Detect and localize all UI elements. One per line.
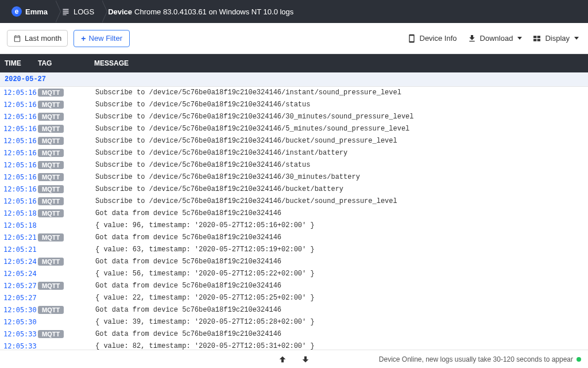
- new-filter-label: New Filter: [89, 34, 123, 43]
- log-row[interactable]: 12:05:18{ value: 96, timestamp: '2020-05…: [0, 220, 588, 232]
- log-time: 12:05:27: [3, 294, 38, 302]
- log-row[interactable]: 12:05:30MQTTGot data from device 5c76be0…: [0, 304, 588, 316]
- log-message: Subscribe to /device/5c76be0a18f19c210e3…: [95, 149, 585, 157]
- log-row[interactable]: 12:05:16MQTTSubscribe to /device/5c76be0…: [0, 87, 588, 99]
- log-tag-cell: MQTT: [38, 113, 95, 121]
- log-message: { value: 56, timestamp: '2020-05-27T12:0…: [95, 270, 585, 278]
- calendar-icon: [13, 34, 21, 43]
- log-tag-cell: MQTT: [38, 185, 95, 194]
- log-time: 12:05:16: [3, 185, 38, 193]
- last-month-button[interactable]: Last month: [7, 30, 68, 47]
- log-message: Got data from device 5c76be0a18f19c210e3…: [95, 233, 585, 241]
- footer-status-text: Device Online, new logs usually take 30-…: [379, 355, 573, 363]
- display-button[interactable]: Display: [530, 30, 581, 47]
- log-tag-cell: MQTT: [38, 330, 95, 339]
- tag-pill: MQTT: [38, 101, 64, 109]
- tag-pill: MQTT: [38, 137, 64, 145]
- log-message: Got data from device 5c76be0a18f19c210e3…: [95, 282, 585, 290]
- log-tag-cell: MQTT: [38, 173, 95, 182]
- log-message: Got data from device 5c76be0a18f19c210e3…: [95, 330, 585, 338]
- log-row[interactable]: 12:05:30{ value: 39, timestamp: '2020-05…: [0, 316, 588, 328]
- log-tag-cell: MQTT: [38, 89, 95, 97]
- tag-pill: MQTT: [38, 330, 64, 338]
- log-message: Got data from device 5c76be0a18f19c210e3…: [95, 258, 585, 266]
- date-group-row: 2020-05-27: [0, 72, 588, 87]
- log-time: 12:05:16: [3, 137, 38, 145]
- tag-pill: MQTT: [38, 149, 64, 157]
- log-time: 12:05:21: [3, 233, 38, 241]
- log-tag-cell: MQTT: [38, 137, 95, 145]
- arrow-up-icon[interactable]: [278, 355, 287, 364]
- chevron-down-icon: [574, 37, 579, 40]
- log-message: Got data from device 5c76be0a18f19c210e3…: [95, 209, 585, 217]
- log-time: 12:05:27: [3, 282, 38, 290]
- log-table-body[interactable]: 2020-05-27 12:05:16MQTTSubscribe to /dev…: [0, 72, 588, 350]
- device-info-button[interactable]: Device Info: [405, 30, 459, 47]
- breadcrumb-app[interactable]: e Emma: [6, 0, 56, 23]
- log-tag-cell: MQTT: [38, 282, 95, 290]
- log-row[interactable]: 12:05:24MQTTGot data from device 5c76be0…: [0, 256, 588, 268]
- log-message: Subscribe to /device/5c76be0a18f19c210e3…: [95, 125, 585, 133]
- toolbar: Last month + New Filter Device Info Down…: [0, 23, 588, 54]
- log-tag-cell: MQTT: [38, 125, 95, 133]
- app-name: Emma: [25, 7, 48, 16]
- device-prefix: Device: [108, 7, 132, 16]
- column-tag: TAG: [38, 59, 94, 67]
- log-row[interactable]: 12:05:27MQTTGot data from device 5c76be0…: [0, 280, 588, 292]
- log-message: Got data from device 5c76be0a18f19c210e3…: [95, 306, 585, 314]
- log-time: 12:05:16: [3, 149, 38, 157]
- download-icon: [467, 34, 477, 43]
- log-row[interactable]: 12:05:16MQTTSubscribe to /device/5c76be0…: [0, 183, 588, 195]
- tag-pill: MQTT: [38, 173, 64, 181]
- log-message: Subscribe to /device/5c76be0a18f19c210e3…: [95, 101, 585, 109]
- log-time: 12:05:18: [3, 209, 38, 217]
- device-info-label: Device Info: [420, 34, 457, 43]
- new-filter-button[interactable]: + New Filter: [74, 30, 130, 47]
- tag-pill: MQTT: [38, 233, 64, 241]
- log-row[interactable]: 12:05:16MQTTSubscribe to /device/5c76be0…: [0, 171, 588, 183]
- log-table-header: TIME TAG MESSAGE: [0, 54, 588, 72]
- column-time: TIME: [3, 59, 38, 67]
- log-row[interactable]: 12:05:16MQTTSubscribe to /device/5c76be0…: [0, 135, 588, 147]
- tag-pill: MQTT: [38, 161, 64, 169]
- log-time: 12:05:16: [3, 197, 38, 205]
- log-row[interactable]: 12:05:21MQTTGot data from device 5c76be0…: [0, 232, 588, 244]
- tag-pill: MQTT: [38, 185, 64, 193]
- log-row[interactable]: 12:05:33{ value: 82, timestamp: '2020-05…: [0, 340, 588, 350]
- log-time: 12:05:30: [3, 318, 38, 326]
- display-label: Display: [545, 34, 570, 43]
- log-row[interactable]: 12:05:24{ value: 56, timestamp: '2020-05…: [0, 268, 588, 280]
- tag-pill: MQTT: [38, 113, 64, 121]
- log-time: 12:05:33: [3, 330, 38, 338]
- arrow-down-icon[interactable]: [301, 355, 310, 364]
- log-row[interactable]: 12:05:33MQTTGot data from device 5c76be0…: [0, 328, 588, 340]
- log-tag-cell: MQTT: [38, 161, 95, 170]
- tag-pill: MQTT: [38, 209, 64, 217]
- log-time: 12:05:21: [3, 246, 38, 254]
- breadcrumb-bar: e Emma LOGS Device Chrome 83.0.4103.61 o…: [0, 0, 588, 23]
- log-message: Subscribe to /device/5c76be0a18f19c210e3…: [95, 113, 585, 121]
- log-row[interactable]: 12:05:16MQTTSubscribe to /device/5c76be0…: [0, 99, 588, 111]
- app-logo-icon: e: [11, 6, 22, 17]
- log-message: { value: 82, timestamp: '2020-05-27T12:0…: [95, 342, 585, 350]
- tag-pill: MQTT: [38, 125, 64, 133]
- download-button[interactable]: Download: [465, 30, 525, 47]
- log-row[interactable]: 12:05:16MQTTSubscribe to /device/5c76be0…: [0, 147, 588, 159]
- log-row[interactable]: 12:05:18MQTTGot data from device 5c76be0…: [0, 208, 588, 220]
- logs-icon: [61, 7, 70, 16]
- breadcrumb-device[interactable]: Device Chrome 83.0.4103.61 on Windows NT…: [102, 0, 301, 23]
- chevron-down-icon: [517, 37, 522, 40]
- log-row[interactable]: 12:05:16MQTTSubscribe to /device/5c76be0…: [0, 111, 588, 123]
- log-row[interactable]: 12:05:16MQTTSubscribe to /device/5c76be0…: [0, 195, 588, 208]
- log-time: 12:05:16: [3, 173, 38, 181]
- log-row[interactable]: 12:05:21{ value: 63, timestamp: '2020-05…: [0, 244, 588, 256]
- column-message: MESSAGE: [94, 59, 585, 67]
- plus-icon: +: [81, 34, 86, 43]
- log-row[interactable]: 12:05:16MQTTSubscribe to /device/5c76be0…: [0, 123, 588, 135]
- log-time: 12:05:24: [3, 270, 38, 278]
- log-row[interactable]: 12:05:27{ value: 22, timestamp: '2020-05…: [0, 292, 588, 304]
- breadcrumb-logs[interactable]: LOGS: [56, 0, 102, 23]
- device-icon: [407, 34, 416, 43]
- log-row[interactable]: 12:05:16MQTTSubscribe to /device/5c76be0…: [0, 159, 588, 171]
- log-tag-cell: MQTT: [38, 197, 95, 206]
